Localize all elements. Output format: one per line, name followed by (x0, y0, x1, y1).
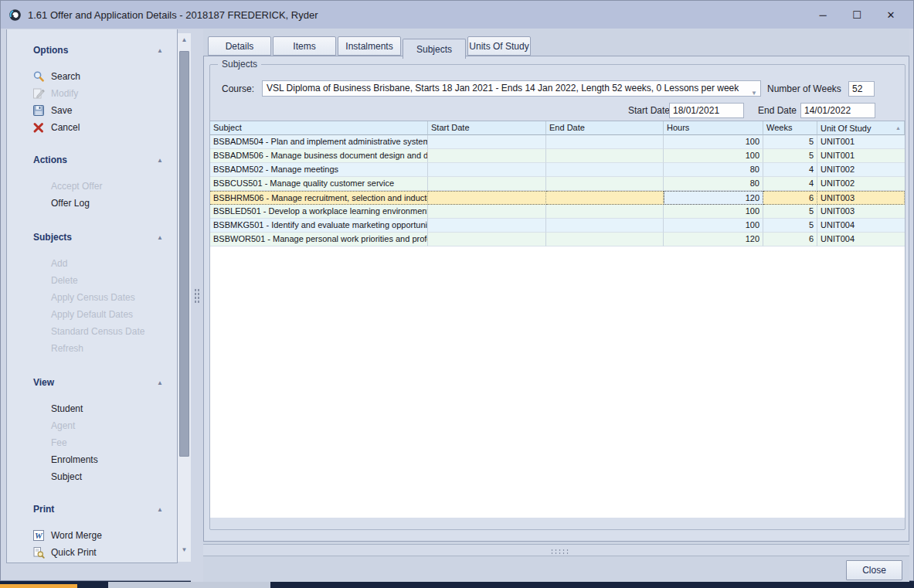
cell-end-date[interactable] (546, 219, 664, 233)
table-row[interactable]: BSBLED501 - Develop a workplace learning… (210, 205, 905, 219)
sidebar-scrollbar[interactable]: ▲ ▼ (178, 33, 191, 562)
cell-weeks[interactable]: 5 (763, 205, 817, 219)
column-header-end-date[interactable]: End Date (546, 121, 664, 135)
table-row[interactable]: BSBADM506 - Manage business document des… (210, 149, 905, 163)
cell-subject[interactable]: BSBWOR501 - Manage personal work priorit… (210, 233, 428, 246)
cell-unit-of-study[interactable]: UNIT002 (817, 177, 905, 191)
tab-items[interactable]: Items (273, 36, 336, 56)
column-header-subject[interactable]: Subject (210, 121, 428, 135)
maximize-button[interactable]: ☐ (845, 5, 868, 25)
cell-subject[interactable]: BSBADM504 - Plan and implement administr… (210, 135, 428, 149)
cell-subject[interactable]: BSBADM502 - Manage meetings (210, 163, 428, 177)
close-button[interactable]: ✕ (879, 5, 902, 25)
close-button[interactable]: Close (846, 560, 902, 580)
cell-weeks[interactable]: 4 (763, 163, 817, 177)
cell-start-date[interactable] (428, 177, 546, 191)
cell-hours[interactable]: 100 (664, 205, 763, 219)
cell-subject[interactable]: BSBCUS501 - Manage quality customer serv… (210, 177, 428, 191)
cell-hours[interactable]: 100 (664, 149, 763, 163)
nav-section-header-subjects[interactable]: Subjects▲ (33, 230, 163, 244)
cell-end-date[interactable] (546, 163, 664, 177)
scrollbar-thumb[interactable] (179, 51, 189, 457)
nav-section-header-view[interactable]: View▲ (33, 376, 163, 389)
vertical-splitter[interactable] (191, 29, 203, 582)
sidebar-item-subject[interactable]: Subject (7, 468, 177, 485)
sidebar-item-save[interactable]: Save (7, 102, 177, 119)
minimize-button[interactable]: ─ (811, 5, 834, 25)
sidebar-item-search[interactable]: Search (7, 68, 177, 85)
collapse-arrow-icon[interactable]: ▲ (157, 234, 163, 241)
column-header-start-date[interactable]: Start Date (428, 121, 546, 135)
cell-subject[interactable]: BSBHRM506 - Manage recruitment, selectio… (210, 191, 428, 205)
cell-weeks[interactable]: 6 (763, 233, 817, 246)
cell-end-date[interactable] (546, 233, 664, 246)
cell-start-date[interactable] (428, 205, 546, 219)
horizontal-splitter[interactable] (203, 544, 909, 556)
cell-unit-of-study[interactable]: UNIT001 (817, 149, 905, 163)
sidebar-item-offer-log[interactable]: Offer Log (7, 195, 177, 212)
tab-instalments[interactable]: Instalments (338, 36, 401, 56)
nav-section-header-print[interactable]: Print▲ (33, 502, 163, 516)
table-row[interactable]: BSBWOR501 - Manage personal work priorit… (210, 233, 905, 246)
cell-end-date[interactable] (546, 149, 664, 163)
table-row-selected[interactable]: BSBHRM506 - Manage recruitment, selectio… (210, 191, 905, 205)
cell-hours[interactable]: 80 (664, 177, 763, 191)
cell-end-date[interactable] (546, 191, 664, 205)
sidebar-item-word-merge[interactable]: WWord Merge (7, 527, 177, 544)
cell-unit-of-study[interactable]: UNIT003 (817, 205, 905, 219)
cell-unit-of-study[interactable]: UNIT002 (817, 163, 905, 177)
sidebar-item-quick-print[interactable]: Quick Print (7, 544, 177, 561)
chevron-down-icon[interactable]: ▼ (751, 86, 757, 97)
cell-start-date[interactable] (428, 163, 546, 177)
column-header-weeks[interactable]: Weeks (763, 121, 817, 135)
start-date-field[interactable]: 18/01/2021 (669, 103, 744, 118)
cell-hours[interactable]: 100 (664, 135, 763, 149)
course-combobox[interactable]: VSL Diploma of Business Brisbane, Starts… (262, 80, 761, 97)
cell-subject[interactable]: BSBLED501 - Develop a workplace learning… (210, 205, 428, 219)
table-row[interactable]: BSBADM504 - Plan and implement administr… (210, 135, 905, 149)
cell-hours[interactable]: 120 (664, 233, 763, 246)
table-row[interactable]: BSBADM502 - Manage meetings804UNIT002 (210, 163, 905, 177)
cell-unit-of-study[interactable]: UNIT001 (817, 135, 905, 149)
cell-start-date[interactable] (428, 233, 546, 246)
table-row[interactable]: BSBCUS501 - Manage quality customer serv… (210, 177, 905, 191)
number-of-weeks-field[interactable]: 52 (848, 81, 875, 97)
cell-start-date[interactable] (428, 135, 546, 149)
cell-start-date[interactable] (428, 219, 546, 233)
cell-subject[interactable]: BSBMKG501 - Identify and evaluate market… (210, 219, 428, 233)
collapse-arrow-icon[interactable]: ▲ (157, 157, 163, 164)
cell-hours[interactable]: 80 (664, 163, 763, 177)
collapse-arrow-icon[interactable]: ▲ (157, 379, 163, 386)
cell-unit-of-study[interactable]: UNIT004 (817, 233, 905, 246)
scroll-down-icon[interactable]: ▼ (178, 546, 191, 553)
tab-subjects[interactable]: Subjects (403, 39, 466, 59)
cell-weeks[interactable]: 5 (763, 219, 817, 233)
nav-section-header-options[interactable]: Options▲ (33, 43, 163, 57)
collapse-arrow-icon[interactable]: ▲ (157, 47, 163, 54)
cell-end-date[interactable] (546, 135, 664, 149)
sidebar-item-enrolments[interactable]: Enrolments (7, 451, 177, 468)
cell-end-date[interactable] (546, 177, 664, 191)
cell-hours[interactable]: 100 (664, 219, 763, 233)
cell-end-date[interactable] (546, 205, 664, 219)
cell-weeks[interactable]: 5 (763, 135, 817, 149)
cell-weeks[interactable]: 4 (763, 177, 817, 191)
cell-weeks[interactable]: 5 (763, 149, 817, 163)
tab-units-of-study[interactable]: Units Of Study (467, 36, 531, 56)
end-date-field[interactable]: 14/01/2022 (800, 103, 875, 118)
column-header-hours[interactable]: Hours (664, 121, 763, 135)
scroll-up-icon[interactable]: ▲ (178, 36, 191, 43)
tab-details[interactable]: Details (208, 36, 271, 56)
cell-unit-of-study[interactable]: UNIT004 (817, 219, 905, 233)
table-row[interactable]: BSBMKG501 - Identify and evaluate market… (210, 219, 905, 233)
cell-hours[interactable]: 120 (664, 191, 763, 205)
cell-weeks[interactable]: 6 (763, 191, 817, 205)
sidebar-item-cancel[interactable]: Cancel (7, 119, 177, 136)
cell-start-date[interactable] (428, 149, 546, 163)
collapse-arrow-icon[interactable]: ▲ (157, 506, 163, 513)
column-header-unit-of-study[interactable]: Unit Of Study▲ (817, 121, 905, 135)
nav-section-header-actions[interactable]: Actions▲ (33, 153, 163, 167)
cell-start-date[interactable] (428, 191, 546, 205)
cell-subject[interactable]: BSBADM506 - Manage business document des… (210, 149, 428, 163)
cell-unit-of-study[interactable]: UNIT003 (817, 191, 905, 205)
